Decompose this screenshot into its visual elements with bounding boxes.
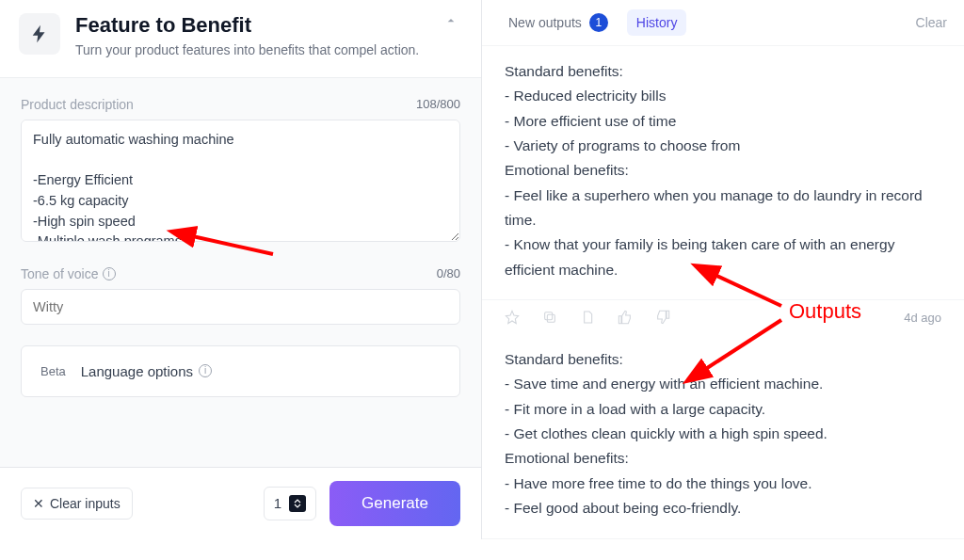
output-timestamp: 4d ago — [904, 311, 941, 325]
outputs-list: Standard benefits: - Reduced electricity… — [482, 46, 964, 539]
beta-badge: Beta — [40, 364, 66, 378]
document-icon[interactable] — [580, 310, 595, 325]
annotation-label: Outputs — [789, 299, 861, 324]
info-icon[interactable]: i — [199, 364, 212, 377]
clear-outputs-button[interactable]: Clear — [916, 15, 947, 30]
tone-input[interactable] — [21, 289, 460, 325]
tab-history[interactable]: History — [627, 9, 687, 36]
footer: ✕ Clear inputs 1 Generate — [0, 467, 481, 539]
info-icon[interactable]: i — [103, 267, 116, 280]
tone-label: Tone of voice i — [21, 266, 116, 281]
clear-inputs-button[interactable]: ✕ Clear inputs — [21, 488, 133, 520]
output-tabs: New outputs 1 History Clear — [482, 0, 964, 46]
tone-count: 0/80 — [437, 266, 460, 280]
left-panel: Feature to Benefit Turn your product fea… — [0, 0, 482, 539]
star-icon[interactable] — [505, 310, 520, 325]
thumbs-down-icon[interactable] — [655, 310, 670, 325]
language-label: Language options — [81, 363, 193, 379]
close-icon: ✕ — [33, 496, 44, 511]
tab-new-outputs[interactable]: New outputs 1 — [499, 8, 618, 38]
page-subtitle: Turn your product features into benefits… — [75, 41, 419, 60]
bolt-icon — [19, 13, 60, 55]
form-area: Product description 108/800 Tone of voic… — [0, 77, 481, 467]
output-item[interactable]: Standard benefits: - Save time and energ… — [482, 334, 964, 538]
svg-rect-0 — [547, 314, 554, 322]
page-title: Feature to Benefit — [75, 13, 419, 38]
product-description-label: Product description — [21, 97, 134, 112]
quantity-stepper[interactable]: 1 — [264, 487, 316, 520]
language-options[interactable]: Beta Language options i — [21, 345, 460, 397]
collapse-icon[interactable] — [443, 13, 462, 32]
product-description-count: 108/800 — [416, 97, 460, 111]
output-actions: 4d ago — [482, 300, 964, 334]
right-panel: New outputs 1 History Clear Standard ben… — [482, 0, 964, 539]
stepper-icon[interactable] — [289, 495, 306, 512]
thumbs-up-icon[interactable] — [618, 310, 633, 325]
output-item[interactable]: Standard benefits: - Reduced electricity… — [482, 46, 964, 300]
copy-icon[interactable] — [542, 310, 557, 325]
template-header: Feature to Benefit Turn your product fea… — [0, 0, 481, 77]
product-description-input[interactable] — [21, 120, 460, 242]
svg-rect-1 — [545, 312, 553, 320]
new-outputs-count: 1 — [589, 13, 608, 32]
generate-button[interactable]: Generate — [329, 481, 460, 526]
